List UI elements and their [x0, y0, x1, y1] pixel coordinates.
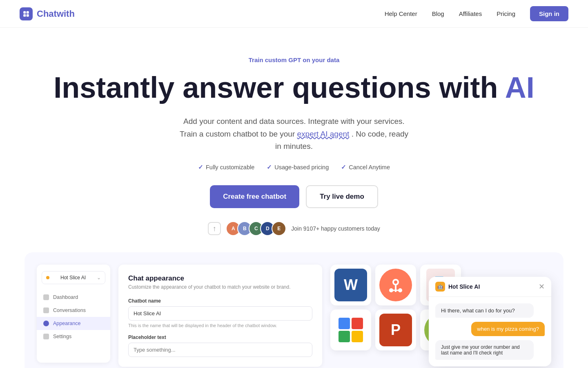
bot-selector-name: Hot Slice AI: [60, 275, 86, 280]
check-icon-2: ✓: [267, 164, 272, 171]
check-icon-1: ✓: [198, 164, 203, 171]
chat-widget: 🤖 Hot Slice AI ✕ Hi there, what can I do…: [429, 277, 551, 366]
chatbot-name-input[interactable]: [128, 306, 312, 321]
svg-point-5: [394, 280, 397, 284]
sidebar-item-dashboard[interactable]: Dashboard: [37, 291, 110, 304]
avatar-5: E: [272, 221, 286, 236]
feature-2: ✓Usage-based pricing: [267, 164, 329, 171]
share-icon: ↑: [208, 222, 221, 235]
chat-body: Hi there, what can I do for you? when is…: [429, 297, 551, 366]
chat-message-greeting: Hi there, what can I do for you?: [435, 303, 534, 318]
hero-tagline: Train custom GPT on your data: [8, 56, 580, 63]
word-icon: W: [334, 269, 367, 301]
bot-selector[interactable]: Hot Slice AI ⌄: [42, 271, 105, 284]
check-icon-3: ✓: [341, 164, 346, 171]
chatbot-name-hint: This is the name that will be displayed …: [128, 323, 312, 328]
chat-message-bot-reply: Just give me your order number and last …: [435, 340, 534, 360]
svg-rect-13: [339, 331, 350, 342]
signin-button[interactable]: Sign in: [530, 6, 568, 21]
hero-title-main: Instantly answer questions with: [53, 71, 498, 104]
logo-text: Chatwith: [37, 9, 75, 19]
svg-rect-14: [352, 331, 363, 342]
sidebar-dashboard-label: Dashboard: [53, 294, 78, 300]
feature-3: ✓Cancel Anytime: [341, 164, 390, 171]
sidebar-settings-label: Settings: [53, 334, 71, 339]
placeholder-label: Placeholder text: [128, 334, 312, 340]
hero-subtitle-link: expert AI agent: [297, 130, 350, 138]
logo-svg: [22, 10, 30, 18]
svg-rect-0: [23, 11, 26, 13]
dashboard-icon: [43, 294, 49, 300]
try-demo-button[interactable]: Try live demo: [306, 185, 378, 208]
appearance-icon: [43, 321, 49, 326]
hero-section: Train custom GPT on your data Instantly …: [0, 28, 588, 252]
bot-status-dot: [46, 276, 49, 279]
social-proof-text: Join 9107+ happy customers today: [291, 225, 380, 232]
nav-affiliates[interactable]: Affiliates: [459, 10, 482, 17]
settings-icon: [43, 334, 49, 339]
chat-message-user: when is my pizza coming?: [471, 322, 545, 336]
hero-subtitle: Add your content and data sources. Integ…: [176, 115, 412, 153]
svg-rect-3: [27, 14, 29, 16]
logo-icon: [20, 7, 33, 20]
hero-title-ai: AI: [505, 71, 535, 104]
integration-word: W: [330, 265, 371, 305]
sidebar-panel: Hot Slice AI ⌄ Dashboard Conversations A…: [37, 265, 110, 363]
sidebar-item-conversations[interactable]: Conversations: [37, 304, 110, 317]
svg-rect-1: [27, 11, 29, 13]
powerpoint-icon: P: [379, 314, 412, 346]
feature-1: ✓Fully customizable: [198, 164, 254, 171]
hubspot-icon: [379, 269, 412, 301]
svg-rect-12: [352, 318, 363, 329]
hero-buttons: Create free chatbot Try live demo: [8, 185, 580, 208]
chat-header: 🤖 Hot Slice AI ✕: [429, 277, 551, 297]
placeholder-input[interactable]: [128, 343, 312, 357]
avatar-group: A B C D E: [226, 221, 286, 236]
preview-section: Hot Slice AI ⌄ Dashboard Conversations A…: [24, 252, 564, 368]
nav-blog[interactable]: Blog: [432, 10, 444, 17]
chat-bot-avatar: 🤖: [435, 282, 445, 292]
chat-header-left: 🤖 Hot Slice AI: [435, 282, 480, 292]
create-chatbot-button[interactable]: Create free chatbot: [210, 185, 299, 208]
integration-powerpoint: P: [375, 310, 416, 350]
hero-features: ✓Fully customizable ✓Usage-based pricing…: [8, 164, 580, 171]
hero-title: Instantly answer questions with AI: [8, 72, 580, 104]
svg-rect-2: [23, 14, 26, 16]
navbar: Chatwith Help Center Blog Affiliates Pri…: [0, 0, 588, 28]
chat-close-button[interactable]: ✕: [539, 282, 545, 291]
main-panel: Chat appearance Customize the appearance…: [118, 265, 322, 367]
sidebar-appearance-label: Appearance: [53, 321, 80, 326]
chevron-down-icon: ⌄: [97, 275, 101, 280]
nav-links: Help Center Blog Affiliates Pricing Sign…: [385, 6, 568, 21]
sidebar-item-settings[interactable]: Settings: [37, 330, 110, 343]
svg-rect-11: [339, 318, 350, 329]
sidebar-conversations-label: Conversations: [53, 307, 86, 313]
logo[interactable]: Chatwith: [20, 7, 75, 20]
nav-pricing[interactable]: Pricing: [497, 10, 515, 17]
chatbot-name-label: Chatbot name: [128, 298, 312, 304]
sidebar-item-appearance[interactable]: Appearance: [37, 317, 110, 330]
hero-social-proof: ↑ A B C D E Join 9107+ happy customers t…: [8, 221, 580, 236]
preview-container: Hot Slice AI ⌄ Dashboard Conversations A…: [24, 252, 564, 368]
panel-subtitle: Customize the appearance of your chatbot…: [128, 284, 312, 290]
chat-bot-name: Hot Slice AI: [448, 283, 480, 290]
integration-hubspot: [375, 265, 416, 305]
shape-icon: [336, 316, 365, 344]
nav-help-center[interactable]: Help Center: [385, 10, 417, 17]
integration-shape: [330, 310, 371, 350]
integrations-area: W: [330, 265, 551, 368]
panel-title: Chat appearance: [128, 274, 312, 283]
conversations-icon: [43, 307, 49, 313]
